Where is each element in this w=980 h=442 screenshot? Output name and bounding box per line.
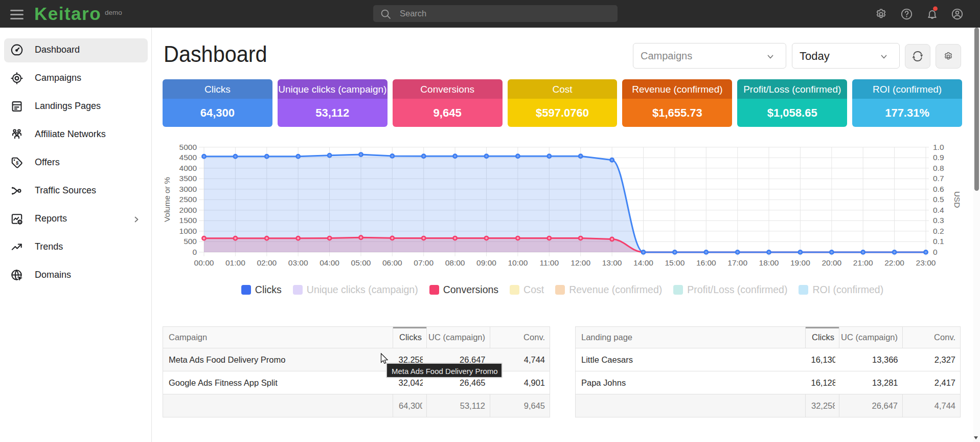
svg-text:04:00: 04:00 bbox=[320, 258, 339, 267]
svg-text:0.3: 0.3 bbox=[933, 216, 944, 225]
svg-text:14:00: 14:00 bbox=[633, 258, 653, 267]
svg-text:05:00: 05:00 bbox=[351, 258, 371, 267]
svg-text:11:00: 11:00 bbox=[539, 258, 559, 267]
svg-text:06:00: 06:00 bbox=[382, 258, 402, 267]
svg-text:00:00: 00:00 bbox=[194, 258, 214, 267]
svg-text:16:00: 16:00 bbox=[696, 258, 716, 267]
svg-text:0.5: 0.5 bbox=[933, 195, 944, 204]
svg-text:20:00: 20:00 bbox=[822, 258, 841, 267]
svg-text:0.2: 0.2 bbox=[933, 227, 944, 235]
svg-text:0.4: 0.4 bbox=[933, 206, 944, 214]
svg-text:17:00: 17:00 bbox=[727, 258, 747, 267]
svg-text:0.9: 0.9 bbox=[933, 153, 944, 162]
svg-text:15:00: 15:00 bbox=[665, 258, 685, 267]
svg-text:0: 0 bbox=[192, 248, 197, 256]
svg-text:USD: USD bbox=[953, 191, 962, 208]
svg-text:500: 500 bbox=[184, 237, 197, 246]
svg-text:12:00: 12:00 bbox=[571, 258, 590, 267]
svg-text:2500: 2500 bbox=[179, 195, 197, 204]
svg-text:1.0: 1.0 bbox=[933, 143, 944, 151]
svg-text:3500: 3500 bbox=[179, 174, 197, 183]
svg-text:5000: 5000 bbox=[179, 143, 197, 151]
svg-text:0.6: 0.6 bbox=[933, 185, 944, 193]
svg-text:07:00: 07:00 bbox=[414, 258, 434, 267]
svg-text:21:00: 21:00 bbox=[853, 258, 873, 267]
svg-text:22:00: 22:00 bbox=[884, 258, 904, 267]
svg-text:18:00: 18:00 bbox=[759, 258, 779, 267]
svg-text:2000: 2000 bbox=[179, 206, 197, 214]
svg-text:$: $ bbox=[15, 160, 19, 166]
svg-text:13:00: 13:00 bbox=[602, 258, 622, 267]
svg-text:23:00: 23:00 bbox=[916, 258, 936, 267]
svg-text:3000: 3000 bbox=[179, 185, 197, 193]
svg-text:01:00: 01:00 bbox=[225, 258, 245, 267]
svg-text:09:00: 09:00 bbox=[476, 258, 496, 267]
svg-text:0.7: 0.7 bbox=[933, 174, 944, 183]
svg-text:4500: 4500 bbox=[179, 153, 197, 162]
svg-text:02:00: 02:00 bbox=[257, 258, 277, 267]
svg-text:Volume or %: Volume or % bbox=[163, 177, 171, 222]
svg-text:10:00: 10:00 bbox=[508, 258, 528, 267]
svg-text:03:00: 03:00 bbox=[288, 258, 308, 267]
svg-text:0.8: 0.8 bbox=[933, 164, 944, 172]
svg-text:08:00: 08:00 bbox=[445, 258, 465, 267]
svg-text:1500: 1500 bbox=[179, 216, 197, 225]
svg-text:0.1: 0.1 bbox=[933, 237, 944, 246]
svg-text:1000: 1000 bbox=[179, 227, 197, 235]
svg-text:0: 0 bbox=[933, 248, 938, 256]
svg-text:4000: 4000 bbox=[179, 164, 197, 172]
svg-text:19:00: 19:00 bbox=[790, 258, 810, 267]
